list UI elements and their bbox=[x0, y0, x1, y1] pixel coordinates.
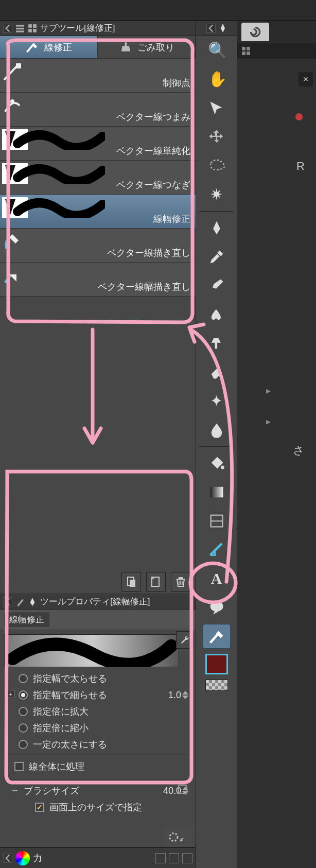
toolproperty-panel: 線幅修正 指定幅で太らせる + bbox=[0, 610, 196, 847]
screen-size-row[interactable]: 画面上のサイズで指定 bbox=[6, 797, 189, 818]
svg-point-9 bbox=[10, 99, 14, 103]
paint-icon bbox=[208, 306, 225, 323]
width-value-field[interactable]: 1.0 bbox=[159, 690, 189, 701]
mode-label: 指定倍に拡大 bbox=[33, 705, 89, 718]
timeline-icon[interactable] bbox=[169, 853, 179, 863]
subtool-vector-pinch[interactable]: ベクター線つまみ bbox=[0, 93, 196, 127]
toolbar-header bbox=[196, 21, 237, 36]
toolbar-divider bbox=[199, 211, 234, 212]
tool-operation[interactable] bbox=[203, 96, 231, 120]
subtool-vector-width-redraw[interactable]: ベクター線幅描き直し bbox=[0, 263, 196, 297]
width-value: 1.0 bbox=[159, 690, 181, 701]
tool-toolbar: 🔍 ✋ ✷ ✦ A bbox=[196, 21, 237, 868]
svg-point-17 bbox=[170, 834, 178, 841]
tool-fill[interactable] bbox=[203, 451, 231, 476]
tool-decoration[interactable]: ✦ bbox=[203, 389, 231, 413]
transparent-color-chip[interactable] bbox=[205, 680, 228, 691]
subtool-vector-redraw[interactable]: ベクター線描き直し bbox=[0, 229, 196, 263]
radio-thin[interactable] bbox=[19, 690, 28, 700]
tool-ruler[interactable] bbox=[203, 537, 231, 562]
tool-dropper[interactable] bbox=[203, 245, 231, 269]
svg-point-18 bbox=[220, 466, 224, 470]
tool-line-correct[interactable] bbox=[203, 624, 231, 649]
mode-label: 指定幅で太らせる bbox=[33, 672, 107, 685]
right-sub-tabbar bbox=[237, 43, 316, 59]
tool-wand[interactable]: ✷ bbox=[203, 182, 231, 207]
subtool-vector-simplify[interactable]: ベクター線単純化 bbox=[0, 127, 196, 161]
mode-thicken-row[interactable]: 指定幅で太らせる bbox=[4, 669, 191, 686]
timeline-icon[interactable] bbox=[155, 853, 166, 863]
tool-move[interactable] bbox=[203, 125, 231, 149]
panel-collapse-handle[interactable] bbox=[206, 24, 216, 33]
subtool-detail-button[interactable] bbox=[176, 631, 194, 649]
tab-dust-clean[interactable]: ごみ取り bbox=[98, 36, 196, 58]
toolproperty-title: ツールプロパティ[線幅修正] bbox=[40, 596, 150, 607]
close-button[interactable]: × bbox=[299, 72, 313, 86]
radio-thicken[interactable] bbox=[19, 674, 28, 683]
screen-size-label: 画面上のサイズで指定 bbox=[49, 801, 142, 813]
panel-collapse-handle[interactable] bbox=[3, 24, 12, 33]
right-panel: × R ▸ ▸ さ bbox=[237, 21, 316, 868]
foreground-color-chip[interactable] bbox=[205, 654, 228, 674]
mode-thin-row[interactable]: + 指定幅で細らせる 1.0 bbox=[4, 686, 191, 702]
mode-label: 指定幅で細らせる bbox=[33, 689, 107, 701]
subtool-spacer bbox=[0, 297, 196, 569]
color-wheel-icon[interactable] bbox=[15, 851, 30, 865]
svg-rect-3 bbox=[28, 24, 32, 28]
tool-paint[interactable] bbox=[203, 302, 231, 327]
subtool-panel-header: サブツール[線修正] bbox=[0, 21, 196, 36]
svg-rect-16 bbox=[179, 577, 183, 579]
subtool-grid-icon[interactable] bbox=[28, 24, 37, 33]
toolproperty-panel-header: ツールプロパティ[線幅修正] bbox=[0, 594, 196, 610]
line-correct-icon bbox=[26, 41, 40, 54]
svg-rect-19 bbox=[210, 487, 223, 497]
tab-line-correct[interactable]: 線修正 bbox=[0, 36, 98, 58]
radio-constant[interactable] bbox=[19, 740, 28, 749]
svg-rect-2 bbox=[16, 30, 24, 32]
whole-line-checkbox[interactable] bbox=[14, 762, 24, 771]
mode-scale-down-row[interactable]: 指定倍に縮小 bbox=[4, 719, 191, 735]
brush-size-link[interactable] bbox=[178, 785, 187, 794]
tool-pen[interactable] bbox=[203, 216, 231, 240]
mode-scale-up-row[interactable]: 指定倍に拡大 bbox=[4, 702, 191, 719]
timeline-icon[interactable] bbox=[182, 853, 192, 863]
svg-rect-1 bbox=[16, 27, 24, 29]
tool-frame[interactable] bbox=[203, 509, 231, 533]
new-subtool-button[interactable] bbox=[146, 572, 166, 592]
subtool-line-width[interactable]: 線幅修正 bbox=[0, 195, 196, 229]
panel-collapse-handle[interactable] bbox=[3, 854, 12, 863]
tab-label: 線修正 bbox=[44, 41, 72, 54]
mode-constant-row[interactable]: 一定の太さにする bbox=[4, 735, 191, 752]
radio-scale-down[interactable] bbox=[19, 723, 28, 733]
tool-eraser[interactable] bbox=[203, 360, 231, 385]
tool-gradient[interactable] bbox=[203, 480, 231, 505]
chevron-right-icon[interactable]: ▸ bbox=[266, 385, 271, 396]
tool-brush[interactable] bbox=[203, 273, 231, 298]
tool-text[interactable]: A bbox=[203, 566, 231, 591]
radio-scale-up[interactable] bbox=[19, 707, 28, 716]
tool-airbrush[interactable] bbox=[203, 331, 231, 356]
expand-toggle[interactable]: + bbox=[6, 690, 14, 698]
whole-line-row[interactable]: 線全体に処理 bbox=[4, 756, 191, 777]
width-spinner[interactable] bbox=[182, 691, 189, 699]
delete-subtool-button[interactable] bbox=[171, 572, 190, 592]
subtool-control-point[interactable]: 制御点 bbox=[0, 59, 196, 93]
panel-collapse-handle[interactable] bbox=[3, 597, 12, 606]
tool-lasso[interactable] bbox=[203, 153, 231, 178]
divider bbox=[4, 754, 191, 754]
paste-subtool-button[interactable] bbox=[121, 572, 141, 592]
save-settings-button[interactable] bbox=[164, 827, 192, 847]
collapse-minus-icon[interactable] bbox=[12, 790, 17, 791]
subtool-list-icon[interactable] bbox=[15, 24, 25, 33]
gradient-icon bbox=[208, 483, 225, 501]
chevron-right-icon[interactable]: ▸ bbox=[266, 416, 271, 427]
asset-tab[interactable] bbox=[241, 23, 269, 41]
pen-nib-icon bbox=[219, 23, 227, 33]
tool-magnifier[interactable]: 🔍 bbox=[203, 38, 231, 63]
tool-balloon[interactable] bbox=[203, 595, 231, 620]
grid-view-icon[interactable] bbox=[241, 46, 251, 56]
tool-blend[interactable] bbox=[203, 418, 231, 442]
screen-size-checkbox[interactable] bbox=[35, 803, 44, 812]
tool-hand[interactable]: ✋ bbox=[203, 67, 231, 92]
subtool-vector-connect[interactable]: ベクター線つなぎ bbox=[0, 161, 196, 195]
